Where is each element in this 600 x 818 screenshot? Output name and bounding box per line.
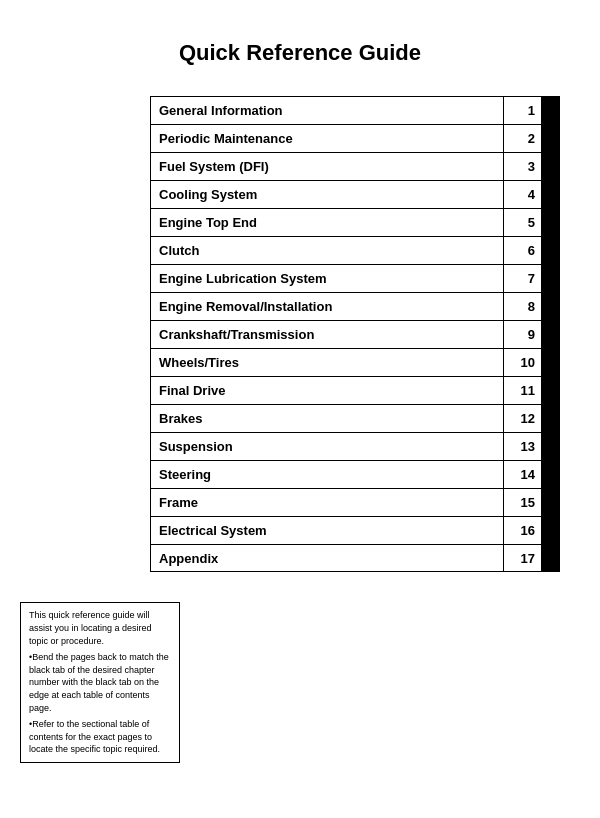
toc-black-tab xyxy=(541,237,559,264)
toc-item-label: Engine Top End xyxy=(151,209,503,236)
table-row: Electrical System16 xyxy=(150,516,560,544)
toc-black-tab xyxy=(541,405,559,432)
toc-item-label: Final Drive xyxy=(151,377,503,404)
note-box: This quick reference guide will assist y… xyxy=(20,602,180,763)
toc-item-number: 6 xyxy=(503,237,541,264)
toc-item-number: 17 xyxy=(503,545,541,571)
toc-item-label: Steering xyxy=(151,461,503,488)
table-row: Wheels/Tires10 xyxy=(150,348,560,376)
toc-item-label: General Information xyxy=(151,97,503,124)
toc-black-tab xyxy=(541,181,559,208)
table-row: Steering14 xyxy=(150,460,560,488)
toc-black-tab xyxy=(541,153,559,180)
toc-black-tab xyxy=(541,97,559,124)
note-line3: •Refer to the sectional table of content… xyxy=(29,718,171,756)
toc-item-number: 13 xyxy=(503,433,541,460)
toc-item-number: 10 xyxy=(503,349,541,376)
toc-black-tab xyxy=(541,433,559,460)
toc-container: General Information1Periodic Maintenance… xyxy=(150,96,560,572)
toc-item-label: Fuel System (DFI) xyxy=(151,153,503,180)
toc-item-number: 7 xyxy=(503,265,541,292)
table-row: Cooling System4 xyxy=(150,180,560,208)
table-row: Engine Lubrication System7 xyxy=(150,264,560,292)
table-row: Engine Removal/Installation8 xyxy=(150,292,560,320)
toc-item-number: 14 xyxy=(503,461,541,488)
toc-item-label: Engine Lubrication System xyxy=(151,265,503,292)
table-row: Fuel System (DFI)3 xyxy=(150,152,560,180)
toc-item-label: Periodic Maintenance xyxy=(151,125,503,152)
toc-item-number: 8 xyxy=(503,293,541,320)
toc-item-label: Suspension xyxy=(151,433,503,460)
table-row: Clutch6 xyxy=(150,236,560,264)
table-row: Appendix17 xyxy=(150,544,560,572)
toc-item-number: 12 xyxy=(503,405,541,432)
toc-black-tab xyxy=(541,489,559,516)
toc-item-label: Crankshaft/Transmission xyxy=(151,321,503,348)
toc-black-tab xyxy=(541,517,559,544)
table-row: Brakes12 xyxy=(150,404,560,432)
table-row: Engine Top End5 xyxy=(150,208,560,236)
toc-item-number: 11 xyxy=(503,377,541,404)
toc-black-tab xyxy=(541,349,559,376)
toc-item-label: Cooling System xyxy=(151,181,503,208)
table-row: Periodic Maintenance2 xyxy=(150,124,560,152)
toc-black-tab xyxy=(541,321,559,348)
toc-black-tab xyxy=(541,461,559,488)
note-line1: This quick reference guide will assist y… xyxy=(29,609,171,647)
toc-black-tab xyxy=(541,125,559,152)
toc-black-tab xyxy=(541,293,559,320)
toc-black-tab xyxy=(541,209,559,236)
toc-item-number: 2 xyxy=(503,125,541,152)
page: Quick Reference Guide General Informatio… xyxy=(0,0,600,818)
table-row: Crankshaft/Transmission9 xyxy=(150,320,560,348)
toc-black-tab xyxy=(541,545,559,571)
page-title: Quick Reference Guide xyxy=(20,40,580,66)
toc-item-label: Wheels/Tires xyxy=(151,349,503,376)
table-row: Frame15 xyxy=(150,488,560,516)
toc-item-label: Appendix xyxy=(151,545,503,571)
table-row: General Information1 xyxy=(150,96,560,124)
toc-item-number: 16 xyxy=(503,517,541,544)
toc-item-label: Engine Removal/Installation xyxy=(151,293,503,320)
table-row: Final Drive11 xyxy=(150,376,560,404)
note-line2: •Bend the pages back to match the black … xyxy=(29,651,171,714)
toc-item-number: 5 xyxy=(503,209,541,236)
toc-item-label: Electrical System xyxy=(151,517,503,544)
toc-item-number: 1 xyxy=(503,97,541,124)
toc-item-number: 3 xyxy=(503,153,541,180)
toc-item-label: Frame xyxy=(151,489,503,516)
toc-item-label: Brakes xyxy=(151,405,503,432)
toc-item-number: 15 xyxy=(503,489,541,516)
toc-black-tab xyxy=(541,377,559,404)
toc-item-label: Clutch xyxy=(151,237,503,264)
toc-black-tab xyxy=(541,265,559,292)
toc-item-number: 4 xyxy=(503,181,541,208)
toc-item-number: 9 xyxy=(503,321,541,348)
table-row: Suspension13 xyxy=(150,432,560,460)
